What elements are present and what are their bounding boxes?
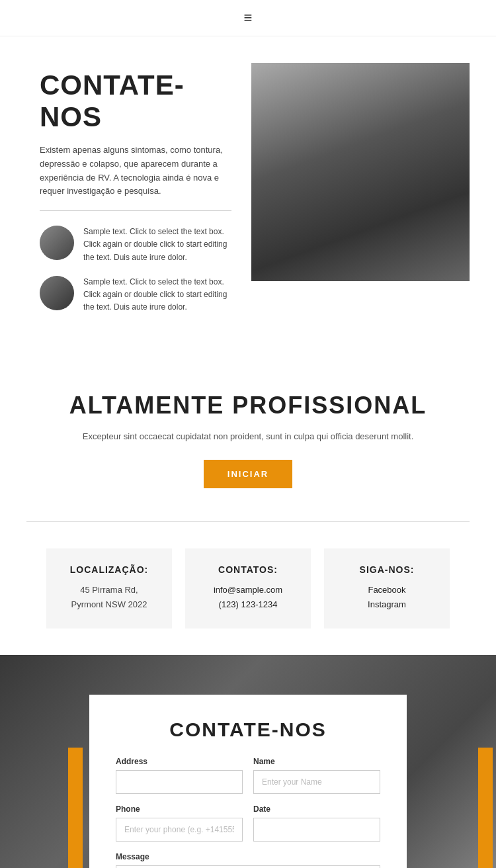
phone-input[interactable] xyxy=(116,818,243,842)
name-label: Name xyxy=(253,757,380,766)
phone-group: Phone xyxy=(116,804,243,842)
divider xyxy=(40,210,231,211)
info-boxes-section: LOCALIZAÇÃO: 45 Pirrama Rd, Pyrmont NSW … xyxy=(0,522,496,654)
date-label: Date xyxy=(253,804,380,814)
contact-left-panel: CONTATE-NOS Existem apenas alguns sintom… xyxy=(40,63,231,326)
message-label: Message xyxy=(116,852,380,861)
person-1-text: Sample text. Click to select the text bo… xyxy=(83,226,231,264)
iniciar-button[interactable]: INICIAR xyxy=(204,460,292,488)
address-input[interactable] xyxy=(116,770,243,794)
person-item-1: Sample text. Click to select the text bo… xyxy=(40,226,231,264)
contact-top-section: CONTATE-NOS Existem apenas alguns sintom… xyxy=(0,36,496,352)
contatos-title: CONTATOS: xyxy=(205,564,291,575)
form-row-message: Message xyxy=(116,852,380,869)
instagram-link[interactable]: Instagram xyxy=(344,597,430,612)
facebook-link[interactable]: Facebook xyxy=(344,583,430,597)
professional-description: Excepteur sint occaecat cupidatat non pr… xyxy=(40,431,456,441)
hamburger-icon[interactable]: ≡ xyxy=(244,9,253,26)
navigation: ≡ xyxy=(0,0,496,36)
contact-description: Existem apenas alguns sintomas, como ton… xyxy=(40,144,231,198)
name-group: Name xyxy=(253,757,380,794)
form-section: CONTATE-NOS Address Name Phone Date xyxy=(0,655,496,869)
orange-accent-right xyxy=(478,748,493,869)
professional-title: ALTAMENTE PROFISSIONAL xyxy=(40,392,456,419)
siganos-box: SIGA-NOS: Facebook Instagram xyxy=(324,548,450,628)
localizacao-address: 45 Pirrama Rd, Pyrmont NSW 2022 xyxy=(66,583,152,612)
contatos-email[interactable]: info@sample.com xyxy=(205,583,291,597)
contatos-box: CONTATOS: info@sample.com (123) 123-1234 xyxy=(185,548,311,628)
date-group: Date xyxy=(253,804,380,842)
portrait-image xyxy=(251,63,470,281)
contact-top-title: CONTATE-NOS xyxy=(40,69,231,133)
message-group: Message xyxy=(116,852,380,869)
person-2-text: Sample text. Click to select the text bo… xyxy=(83,276,231,314)
name-input[interactable] xyxy=(253,770,380,794)
form-row-phone-date: Phone Date xyxy=(116,804,380,842)
avatar-2 xyxy=(40,276,74,310)
phone-label: Phone xyxy=(116,804,243,814)
localizacao-box: LOCALIZAÇÃO: 45 Pirrama Rd, Pyrmont NSW … xyxy=(46,548,172,628)
contact-form-card: CONTATE-NOS Address Name Phone Date xyxy=(89,695,407,869)
form-title: CONTATE-NOS xyxy=(116,718,380,741)
date-input[interactable] xyxy=(253,818,380,842)
portrait-placeholder xyxy=(251,63,470,281)
address-label: Address xyxy=(116,757,243,766)
avatar-1 xyxy=(40,226,74,260)
orange-accent-left xyxy=(68,748,83,869)
professional-section: ALTAMENTE PROFISSIONAL Excepteur sint oc… xyxy=(0,352,496,521)
siganos-title: SIGA-NOS: xyxy=(344,564,430,575)
localizacao-title: LOCALIZAÇÃO: xyxy=(66,564,152,575)
address-group: Address xyxy=(116,757,243,794)
person-item-2: Sample text. Click to select the text bo… xyxy=(40,276,231,314)
message-input[interactable] xyxy=(116,865,380,869)
contatos-phone[interactable]: (123) 123-1234 xyxy=(205,597,291,612)
contact-portrait xyxy=(251,63,470,281)
form-row-address-name: Address Name xyxy=(116,757,380,794)
